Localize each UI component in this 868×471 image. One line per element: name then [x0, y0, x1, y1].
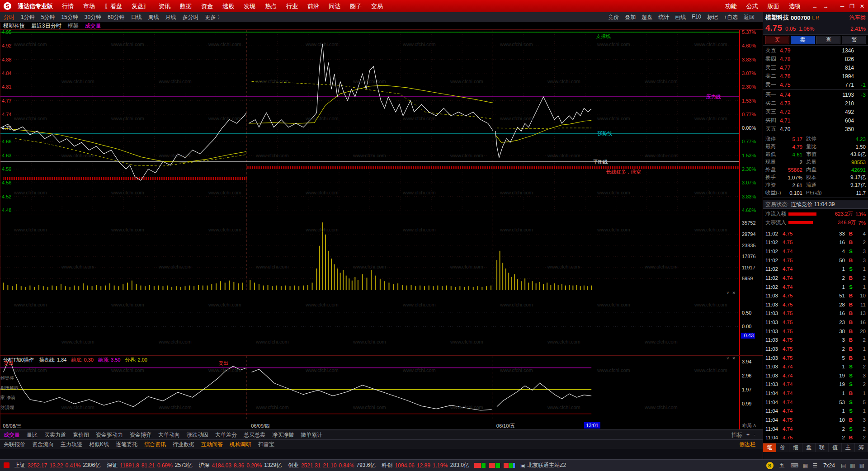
- close-icon[interactable]: ✕: [860, 3, 864, 9]
- tick-row[interactable]: 11:044.7510B3: [763, 415, 868, 424]
- indicator-pane-empty[interactable]: ˅ ✕ www.cfchi.comwww.cfchi.comwww.cfchi.…: [0, 290, 763, 356]
- index-quote[interactable]: 上证3252.1713.220.41%2306亿: [14, 462, 100, 469]
- info-tab[interactable]: 主力轨迹: [61, 441, 82, 448]
- ask-row[interactable]: 卖四4.78826: [763, 55, 868, 63]
- tdx-logo-icon[interactable]: S: [766, 462, 774, 469]
- toolbar-action[interactable]: 超盘: [642, 14, 652, 21]
- ask-row[interactable]: 卖二4.761994: [763, 72, 868, 80]
- add-indicator-button[interactable]: +: [746, 432, 750, 438]
- close-pane-icon[interactable]: ✕: [732, 356, 736, 361]
- period-tab[interactable]: 更多 〉: [205, 14, 222, 21]
- menu-item[interactable]: 版面: [768, 2, 779, 10]
- back-icon[interactable]: ←: [812, 3, 818, 9]
- info-tab[interactable]: 资金流向: [32, 441, 54, 448]
- price-chart[interactable]: www.cfchi.comwww.cfchi.comwww.cfchi.comw…: [0, 30, 740, 215]
- price-pane[interactable]: www.cfchi.comwww.cfchi.comwww.cfchi.comw…: [0, 30, 763, 215]
- indicator-tab[interactable]: 买卖力道: [44, 431, 66, 439]
- server-status[interactable]: ▣ 北京联通主站Z2: [520, 462, 566, 469]
- index-quote[interactable]: 深证11891.881.210.69%2573亿: [107, 462, 192, 469]
- toolbar-action[interactable]: 竞价: [608, 14, 619, 21]
- quote-tab[interactable]: 细: [789, 443, 802, 452]
- tick-row[interactable]: 11:034.741S2: [763, 362, 868, 371]
- remove-indicator-button[interactable]: -: [754, 432, 755, 438]
- tick-row[interactable]: 11:034.753B2: [763, 336, 868, 345]
- tick-row[interactable]: 11:044.7453S5: [763, 398, 868, 407]
- tick-row[interactable]: 11:034.7538B20: [763, 327, 868, 336]
- indicator-tab[interactable]: 净买净撤: [272, 431, 294, 439]
- info-tab[interactable]: 行业数据: [173, 441, 194, 448]
- tick-row[interactable]: 11:044.741B1: [763, 389, 868, 398]
- indicator-tab[interactable]: 撤单累计: [301, 431, 322, 439]
- close-pane-icon[interactable]: ✕: [732, 291, 736, 295]
- tick-row[interactable]: 11:034.752B1: [763, 344, 868, 353]
- tick-row[interactable]: 11:034.7419S3: [763, 371, 868, 380]
- toolbar-action[interactable]: F10: [692, 14, 701, 21]
- quote-tab[interactable]: 值: [829, 443, 842, 452]
- menu-item[interactable]: 选项: [789, 2, 801, 10]
- period-tab[interactable]: 周线: [148, 14, 159, 21]
- sidebar-toggle-button[interactable]: 侧边栏: [739, 441, 755, 448]
- period-tab[interactable]: 15分钟: [61, 14, 78, 21]
- bid-row[interactable]: 买四4.71604: [763, 116, 868, 125]
- menu-item[interactable]: 数据: [180, 2, 192, 10]
- tick-row[interactable]: 11:044.742S2: [763, 424, 868, 433]
- quote-tab[interactable]: 联: [816, 443, 829, 452]
- bid-row[interactable]: 买一4.741193-3: [763, 90, 868, 99]
- info-tab[interactable]: 机构调研: [230, 441, 251, 448]
- chart-view-name[interactable]: 最近3日分时: [31, 22, 61, 30]
- volume-pane[interactable]: www.cfchi.comwww.cfchi.comwww.cfchi.comw…: [0, 215, 763, 290]
- tick-row[interactable]: 11:034.7528B11: [763, 300, 868, 309]
- info-tab[interactable]: 关联报价: [4, 441, 25, 448]
- chart-frame-label[interactable]: 框架: [68, 22, 79, 30]
- menu-item[interactable]: 热点: [265, 2, 277, 10]
- tick-list[interactable]: 11:024.7533B411:024.7516B211:024.744S311…: [763, 228, 868, 443]
- indicator-tab[interactable]: 大单差分: [215, 431, 237, 439]
- restore-icon[interactable]: ❐: [849, 3, 854, 9]
- period-tab[interactable]: 日线: [131, 14, 142, 21]
- indicator-tab[interactable]: 量比: [27, 431, 38, 439]
- tick-row[interactable]: 11:024.742B2: [763, 273, 868, 283]
- menu-item[interactable]: 资讯: [159, 2, 170, 10]
- info-tab[interactable]: 扫雷宝: [258, 441, 274, 448]
- indicator-tab[interactable]: 涨跌动因: [187, 431, 208, 439]
- period-tab[interactable]: 5分钟: [41, 14, 55, 21]
- menu-item[interactable]: 问达: [329, 2, 340, 10]
- tick-row[interactable]: 11:044.752B2: [763, 433, 868, 442]
- buy-button[interactable]: 买: [765, 36, 789, 44]
- menu-item[interactable]: 行情: [62, 2, 74, 10]
- tick-row[interactable]: 11:024.741S1: [763, 265, 868, 274]
- layout-button[interactable]: 布局 ˄: [740, 421, 763, 429]
- indicator-tab[interactable]: 资金博弈: [130, 431, 151, 439]
- period-tab[interactable]: 60分钟: [108, 14, 124, 21]
- menu-item[interactable]: 前沿: [307, 2, 319, 10]
- period-tab[interactable]: 1分钟: [21, 14, 35, 21]
- forward-icon[interactable]: →: [823, 3, 829, 9]
- indicator-button[interactable]: 指标: [731, 431, 742, 439]
- index-quote[interactable]: 科创1094.0612.891.19%283.0亿: [382, 462, 469, 469]
- volume-indicator-label[interactable]: 成交量: [85, 22, 101, 30]
- query-button[interactable]: 查: [816, 36, 841, 44]
- tray-icon[interactable]: ⌨: [791, 462, 798, 469]
- quote-tab[interactable]: 笔: [763, 443, 776, 452]
- hotkey-icon[interactable]: [4, 462, 9, 468]
- menu-item[interactable]: 复盘〗: [132, 2, 149, 10]
- indicator-tab[interactable]: 竞价图: [73, 431, 89, 439]
- toolbar-action[interactable]: 标记: [707, 14, 718, 21]
- empty-indicator-chart[interactable]: ˅ ✕ www.cfchi.comwww.cfchi.comwww.cfchi.…: [0, 290, 740, 355]
- bid-row[interactable]: 买五4.70350: [763, 125, 868, 133]
- indicator-tab[interactable]: 大单动向: [158, 431, 180, 439]
- tick-row[interactable]: 11:034.7523B16: [763, 318, 868, 327]
- info-tab[interactable]: 相似K线: [89, 441, 109, 448]
- tick-row[interactable]: 11:024.7550B3: [763, 256, 868, 265]
- menu-item[interactable]: 交易: [371, 2, 383, 10]
- menu-item[interactable]: 发现: [244, 2, 255, 10]
- toolbar-action[interactable]: 叠加: [625, 14, 636, 21]
- tray-icon[interactable]: ▤: [841, 462, 846, 469]
- indicator-tab[interactable]: 资金驱动力: [96, 431, 123, 439]
- period-tab[interactable]: 多分时: [182, 14, 198, 21]
- indicator-tab[interactable]: 总买总卖: [244, 431, 265, 439]
- indicator-tab[interactable]: 成交量: [4, 431, 20, 439]
- index-quote[interactable]: 创业2521.3121.100.84%793.6亿: [288, 462, 375, 469]
- menu-item[interactable]: 圈子: [350, 2, 362, 10]
- period-tab[interactable]: 月线: [165, 14, 176, 21]
